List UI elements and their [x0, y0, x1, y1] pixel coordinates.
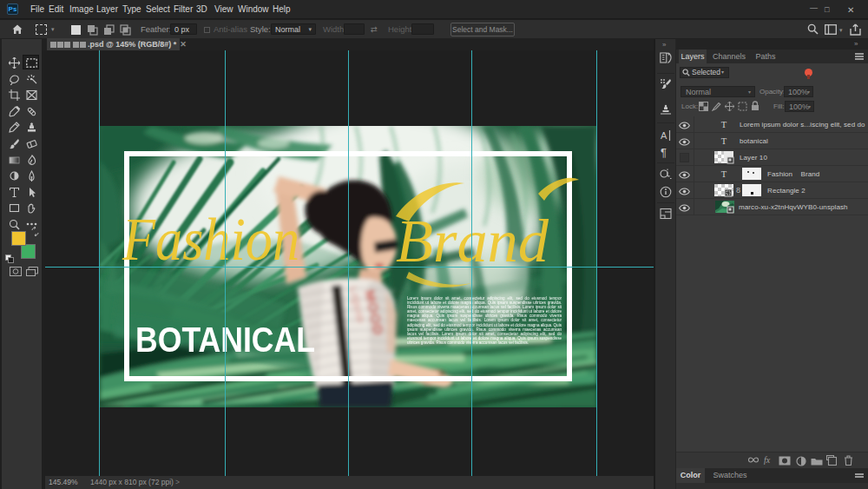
svg-text:Fashion: Fashion [122, 206, 299, 273]
svg-text:A: A [661, 130, 667, 141]
svg-text:¶: ¶ [661, 146, 667, 158]
svg-text:Brand: Brand [396, 208, 549, 274]
